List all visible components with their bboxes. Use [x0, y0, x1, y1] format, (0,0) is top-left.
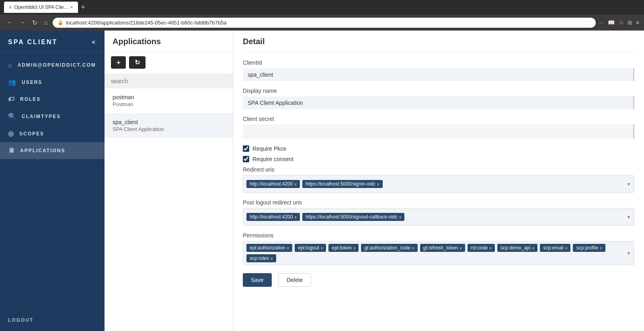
client-secret-input[interactable] — [243, 125, 634, 139]
post-logout-uris-input[interactable]: http://localhost:4200 x https://localhos… — [243, 208, 634, 226]
tab-title: OpenIddict UI SPA Clie... — [14, 4, 68, 10]
redirect-uris-label: Redirect uris — [243, 166, 634, 173]
remove-permission-1[interactable]: x — [321, 245, 323, 250]
sidebar-collapse-button[interactable]: < — [92, 39, 96, 45]
app-item-id: postman — [113, 94, 225, 100]
menu-icon[interactable]: ≡ — [636, 19, 639, 26]
save-button[interactable]: Save — [243, 273, 272, 287]
sidebar-nav: ⌂ ADMIN@OPENIDDICT.COM 👥 USERS 🏷 ROLES 🔍… — [0, 53, 105, 309]
remove-permission-5[interactable]: x — [489, 245, 492, 250]
permission-tag: scp:profilex — [573, 244, 605, 252]
tab-close-button[interactable]: × — [70, 4, 73, 10]
app-item-name: SPA Client Application — [113, 126, 225, 132]
require-pkce-label: Require Pkce — [252, 145, 286, 152]
sidebar-item-admin-label: ADMIN@OPENIDDICT.COM — [18, 62, 96, 68]
post-logout-uri-tag: http://localhost:4200 x — [246, 213, 300, 221]
scopes-icon: ◎ — [8, 130, 14, 137]
permissions-label: Permissions — [243, 232, 634, 239]
home-button[interactable]: ⌂ — [42, 17, 49, 28]
post-logout-uri-tag-text: http://localhost:4200 — [250, 214, 293, 220]
remove-permission-2[interactable]: x — [353, 245, 356, 250]
permission-tag-text: scp:profile — [576, 245, 598, 251]
require-consent-label: Require consent — [252, 156, 293, 162]
detail-header: Detail — [243, 37, 634, 51]
app-item-name: Postman — [113, 101, 225, 107]
sidebar-header: SPA CLIENT < — [0, 31, 105, 53]
permission-tag-text: scp:email — [543, 245, 564, 251]
delete-button[interactable]: Delete — [278, 273, 311, 287]
permission-tag-text: ept:token — [332, 245, 351, 251]
client-id-group: ClientId — [243, 59, 634, 81]
require-pkce-checkbox[interactable] — [243, 145, 249, 152]
search-input[interactable] — [105, 74, 233, 88]
remove-permission-6[interactable]: x — [532, 245, 535, 250]
new-tab-button[interactable]: + — [81, 3, 86, 12]
display-name-label: Display name — [243, 88, 634, 94]
redirect-uris-input[interactable]: http://localhost:4200 x https://localhos… — [243, 175, 634, 193]
require-pkce-group: Require Pkce — [243, 145, 634, 152]
users-icon: 👥 — [8, 78, 17, 86]
client-id-label: ClientId — [243, 59, 634, 66]
sidebar-item-users-label: USERS — [22, 80, 42, 85]
sidebar-item-claimtypes-label: CLAIMTYPES — [22, 114, 61, 119]
permission-tag-text: gt:refresh_token — [423, 245, 458, 251]
sidebar: SPA CLIENT < ⌂ ADMIN@OPENIDDICT.COM 👥 US… — [0, 31, 105, 331]
remove-permission-0[interactable]: x — [287, 245, 289, 250]
extensions-icon[interactable]: ⧉ — [628, 19, 632, 26]
tab-favicon: A — [9, 5, 12, 10]
post-logout-uri-tag-text: https://localhost:5000/signout-callback-… — [306, 214, 398, 220]
post-logout-uris-label: Post logout redirect uris — [243, 199, 634, 206]
applications-panel: Applications + ↻ postman Postman spa_cli… — [105, 31, 233, 331]
require-consent-checkbox[interactable] — [243, 156, 249, 162]
permission-tag-text: scp:roles — [250, 255, 269, 261]
remove-redirect-uri-0[interactable]: x — [294, 182, 297, 186]
remove-post-logout-uri-1[interactable]: x — [399, 215, 402, 219]
redirect-uris-group: Redirect uris http://localhost:4200 x ht… — [243, 166, 634, 193]
more-options-icon[interactable]: ··· — [599, 19, 604, 26]
sidebar-item-applications-label: APPLICATIONS — [20, 148, 65, 153]
permission-tag: scp:emailx — [540, 244, 570, 252]
sidebar-item-claimtypes[interactable]: 🔍 CLAIMTYPES — [0, 108, 105, 125]
permission-tag-text: gt:authorization_code — [364, 245, 410, 251]
sidebar-item-users[interactable]: 👥 USERS — [0, 74, 105, 91]
browser-tab-bar: A OpenIddict UI SPA Clie... × + — [0, 0, 644, 14]
remove-permission-4[interactable]: x — [459, 245, 462, 250]
logout-button[interactable]: LOGOUT — [0, 309, 105, 331]
remove-post-logout-uri-0[interactable]: x — [294, 215, 297, 219]
sidebar-item-applications[interactable]: 🖥 APPLICATIONS — [0, 142, 105, 159]
address-bar[interactable]: 🔒 localhost:4200/applications/218de245-0… — [53, 18, 596, 28]
redirect-uri-tag: https://localhost:5000/signin-oidc x — [302, 180, 383, 188]
remove-permission-7[interactable]: x — [565, 245, 568, 250]
remove-permission-8[interactable]: x — [600, 245, 602, 250]
remove-permission-3[interactable]: x — [412, 245, 414, 250]
list-item[interactable]: postman Postman — [105, 88, 233, 113]
browser-extra-buttons: ··· 📖 ☆ ⧉ ≡ — [599, 19, 639, 26]
bookmark-icon[interactable]: ☆ — [619, 19, 624, 26]
client-id-input[interactable] — [243, 68, 634, 81]
action-buttons: Save Delete — [243, 273, 634, 287]
forward-button[interactable]: → — [18, 17, 27, 28]
sidebar-item-scopes-label: SCOPES — [19, 131, 44, 137]
sidebar-item-scopes[interactable]: ◎ SCOPES — [0, 125, 105, 142]
reading-list-icon[interactable]: 📖 — [608, 19, 615, 26]
add-application-button[interactable]: + — [111, 56, 126, 69]
post-logout-uris-group: Post logout redirect uris http://localho… — [243, 199, 634, 226]
redirect-uri-tag: http://localhost:4200 x — [246, 180, 300, 188]
active-browser-tab[interactable]: A OpenIddict UI SPA Clie... × — [4, 2, 78, 13]
remove-redirect-uri-1[interactable]: x — [377, 182, 379, 186]
application-list: postman Postman spa_client SPA Client Ap… — [105, 88, 233, 331]
applications-icon: 🖥 — [8, 147, 15, 154]
display-name-input[interactable] — [243, 96, 634, 109]
permissions-input[interactable]: ept:authorizationxept:logoutxept:tokenxg… — [243, 241, 634, 265]
refresh-button[interactable]: ↻ — [129, 56, 146, 69]
redirect-uri-tag-text: http://localhost:4200 — [250, 181, 293, 187]
list-item[interactable]: spa_client SPA Client Application — [105, 113, 233, 138]
permission-tag: rst:codex — [468, 244, 495, 252]
sidebar-item-admin[interactable]: ⌂ ADMIN@OPENIDDICT.COM — [0, 57, 105, 74]
remove-permission-9[interactable]: x — [271, 256, 273, 261]
sidebar-item-roles[interactable]: 🏷 ROLES — [0, 91, 105, 108]
applications-panel-header: Applications — [105, 31, 233, 51]
client-secret-label: Client secret — [243, 116, 634, 122]
back-button[interactable]: ← — [5, 17, 14, 28]
reload-button[interactable]: ↻ — [31, 17, 39, 28]
